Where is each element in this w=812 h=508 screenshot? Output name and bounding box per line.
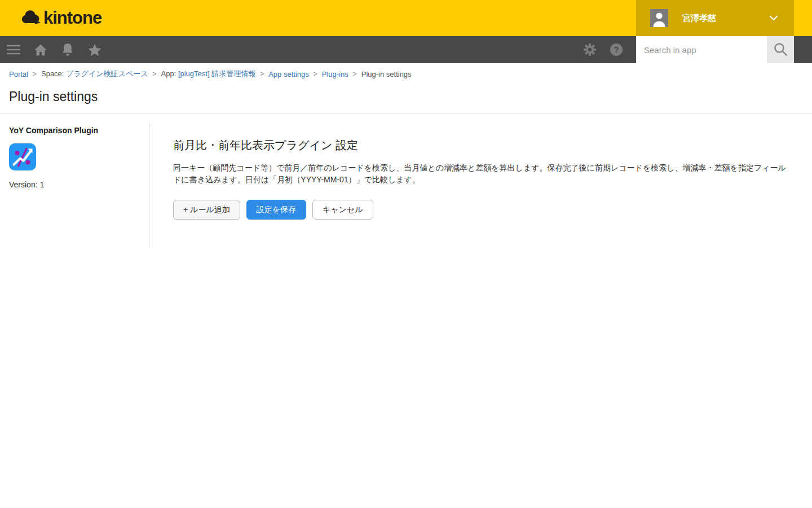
breadcrumb-link-plugins[interactable]: Plug-ins bbox=[322, 70, 348, 78]
breadcrumb-item-space: Space: プラグイン検証スペース bbox=[41, 69, 148, 79]
breadcrumb-item-app: App: [plugTest] 請求管理情報 bbox=[161, 69, 256, 79]
button-row: + ルール追加 設定を保存 キャンセル bbox=[173, 200, 798, 220]
plugin-settings-panel: 前月比・前年比表示プラグイン 設定 同一キー（顧問先コード等）で前月／前年のレコ… bbox=[149, 123, 812, 220]
app-search bbox=[636, 36, 794, 63]
chevron-down-icon bbox=[769, 13, 778, 23]
title-divider bbox=[0, 113, 812, 113]
plugin-name: YoY Comparison Plugin bbox=[9, 126, 140, 135]
search-icon bbox=[773, 41, 788, 59]
save-settings-button[interactable]: 設定を保存 bbox=[246, 200, 306, 220]
svg-text:?: ? bbox=[614, 45, 619, 54]
logo-wordmark: kintone bbox=[43, 9, 102, 28]
breadcrumb-separator: > bbox=[260, 70, 264, 78]
content-area: YoY Comparison Plugin Version: 1 前月比・前年比… bbox=[0, 123, 812, 248]
breadcrumb: Portal > Space: プラグイン検証スペース > App: [plug… bbox=[9, 69, 412, 79]
breadcrumb-separator: > bbox=[314, 70, 317, 78]
user-avatar bbox=[650, 9, 668, 27]
notifications-bell-icon[interactable] bbox=[61, 43, 74, 56]
breadcrumb-link-app-settings[interactable]: App settings bbox=[268, 70, 309, 78]
search-input[interactable] bbox=[636, 36, 767, 63]
kintone-logo[interactable]: kintone bbox=[20, 8, 102, 29]
breadcrumb-separator: > bbox=[353, 70, 357, 78]
plugin-info-sidebar: YoY Comparison Plugin Version: 1 bbox=[0, 123, 149, 248]
breadcrumb-separator: > bbox=[153, 70, 157, 78]
breadcrumb-current: Plug-in settings bbox=[361, 70, 412, 78]
user-menu[interactable]: 宮澤孝慈 bbox=[636, 0, 794, 36]
home-icon[interactable] bbox=[34, 43, 47, 56]
cancel-button[interactable]: キャンセル bbox=[312, 200, 373, 220]
global-toolbar: ? bbox=[0, 36, 812, 63]
breadcrumb-link-app[interactable]: [plugTest] 請求管理情報 bbox=[178, 69, 255, 78]
search-button[interactable] bbox=[767, 36, 794, 63]
app-header: kintone 宮澤孝慈 bbox=[0, 0, 812, 36]
hamburger-menu-icon[interactable] bbox=[7, 43, 20, 56]
page-title: Plug-in settings bbox=[9, 89, 98, 104]
add-rule-button[interactable]: + ルール追加 bbox=[173, 200, 240, 220]
plugin-description: 同一キー（顧問先コード等）で前月／前年のレコードを検索し、当月値との増減率と差額… bbox=[173, 162, 788, 186]
breadcrumb-link-portal[interactable]: Portal bbox=[9, 70, 28, 78]
plugin-version: Version: 1 bbox=[9, 180, 140, 189]
settings-gear-icon[interactable] bbox=[583, 43, 597, 56]
user-name: 宮澤孝慈 bbox=[682, 13, 769, 24]
breadcrumb-separator: > bbox=[33, 70, 37, 78]
cloud-logo-icon bbox=[20, 8, 41, 29]
plugin-settings-heading: 前月比・前年比表示プラグイン 設定 bbox=[173, 138, 798, 153]
plugin-icon bbox=[9, 143, 36, 170]
breadcrumb-link-space[interactable]: プラグイン検証スペース bbox=[66, 69, 148, 78]
help-icon[interactable]: ? bbox=[610, 43, 623, 56]
favorites-star-icon[interactable] bbox=[88, 43, 102, 56]
